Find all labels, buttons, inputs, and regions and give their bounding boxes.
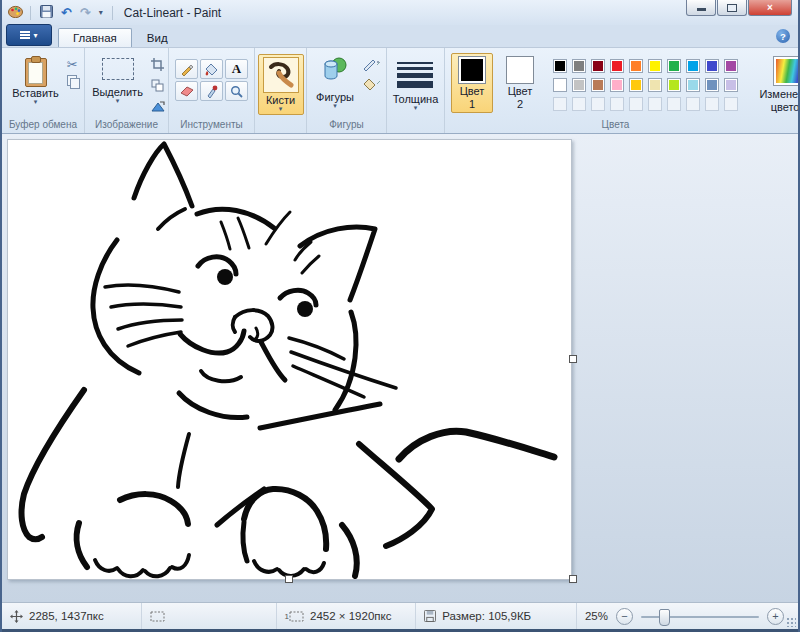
paste-button[interactable]: Вставить ▾ bbox=[7, 53, 64, 108]
eraser-tool[interactable] bbox=[175, 81, 198, 101]
zoom-slider-thumb[interactable] bbox=[659, 609, 670, 626]
fill-icon bbox=[362, 78, 382, 92]
crop-button[interactable] bbox=[151, 57, 166, 75]
move-crosshair-icon bbox=[10, 610, 23, 623]
palette-swatch[interactable] bbox=[610, 78, 624, 92]
chevron-down-icon: ▾ bbox=[333, 103, 337, 109]
drawing-canvas[interactable] bbox=[7, 139, 572, 580]
brushes-button[interactable]: Кисти ▾ bbox=[258, 54, 304, 115]
floppy-icon bbox=[424, 610, 436, 622]
palette-empty-slot[interactable] bbox=[667, 97, 681, 111]
chevron-down-icon: ▾ bbox=[414, 105, 418, 111]
file-menu-button[interactable]: ▾ bbox=[6, 24, 52, 46]
chevron-down-icon: ▾ bbox=[33, 31, 37, 40]
palette-swatch[interactable] bbox=[724, 78, 738, 92]
pencil-tool[interactable] bbox=[175, 59, 198, 79]
resize-grip[interactable] bbox=[786, 617, 796, 627]
edit-colors-button[interactable]: Изменение цветов bbox=[750, 53, 800, 116]
rotate-icon bbox=[151, 100, 166, 113]
group-label-clipboard: Буфер обмена bbox=[9, 117, 77, 133]
palette-empty-slot[interactable] bbox=[629, 97, 643, 111]
cut-button[interactable]: ✂ bbox=[67, 57, 79, 72]
zoom-out-button[interactable]: − bbox=[616, 608, 633, 625]
group-label-tools: Инструменты bbox=[180, 117, 242, 133]
file-size-value: Размер: 105,9КБ bbox=[442, 610, 531, 622]
canvas-resize-handle-corner[interactable] bbox=[569, 575, 577, 583]
palette-swatch[interactable] bbox=[705, 78, 719, 92]
palette-empty-slot[interactable] bbox=[610, 97, 624, 111]
palette-empty-slot[interactable] bbox=[705, 97, 719, 111]
palette-empty-slot[interactable] bbox=[648, 97, 662, 111]
clipboard-icon bbox=[23, 56, 47, 86]
tab-view[interactable]: Вид bbox=[132, 28, 183, 47]
fill-bucket-icon bbox=[205, 63, 218, 76]
palette-swatch[interactable] bbox=[648, 59, 662, 73]
palette-swatch[interactable] bbox=[610, 59, 624, 73]
qat-customize-button[interactable]: ▾ bbox=[97, 6, 105, 20]
help-button[interactable]: ? bbox=[776, 29, 790, 43]
canvas-resize-handle-right[interactable] bbox=[569, 355, 577, 363]
resize-button[interactable] bbox=[151, 78, 166, 96]
text-tool[interactable]: A bbox=[225, 59, 248, 79]
select-button[interactable]: Выделить ▾ bbox=[87, 53, 148, 107]
eraser-icon bbox=[180, 86, 194, 97]
rotate-button[interactable] bbox=[151, 99, 166, 117]
palette-empty-slot[interactable] bbox=[724, 97, 738, 111]
cat-lineart-drawing bbox=[8, 140, 571, 579]
crop-icon bbox=[151, 58, 164, 71]
color1-button[interactable]: Цвет 1 bbox=[451, 53, 493, 113]
ribbon-tab-row: ▾ Главная Вид ? bbox=[2, 25, 798, 48]
palette-swatch[interactable] bbox=[667, 78, 681, 92]
palette-swatch[interactable] bbox=[724, 59, 738, 73]
palette-swatch[interactable] bbox=[572, 78, 586, 92]
shape-fill-button[interactable] bbox=[362, 78, 382, 96]
magnifier-icon bbox=[230, 85, 243, 98]
color2-button[interactable]: Цвет 2 bbox=[499, 53, 541, 113]
shapes-icon bbox=[320, 56, 350, 90]
image-dimensions-value: 2452 × 1920пкс bbox=[310, 610, 391, 622]
close-button[interactable]: × bbox=[748, 0, 792, 16]
palette-empty-slot[interactable] bbox=[591, 97, 605, 111]
palette-swatch[interactable] bbox=[705, 59, 719, 73]
color-palette bbox=[547, 53, 744, 111]
fill-tool[interactable] bbox=[200, 59, 223, 79]
palette-swatch[interactable] bbox=[686, 78, 700, 92]
thickness-button[interactable]: Толщина ▾ bbox=[388, 53, 444, 114]
rainbow-gradient-icon bbox=[773, 56, 800, 86]
palette-swatch[interactable] bbox=[553, 59, 567, 73]
palette-empty-slot[interactable] bbox=[553, 97, 567, 111]
palette-empty-slot[interactable] bbox=[572, 97, 586, 111]
palette-swatch[interactable] bbox=[591, 78, 605, 92]
magnifier-tool[interactable] bbox=[225, 81, 248, 101]
maximize-button[interactable] bbox=[717, 0, 747, 16]
palette-swatch[interactable] bbox=[648, 78, 662, 92]
copy-button[interactable] bbox=[67, 75, 79, 87]
palette-swatch[interactable] bbox=[686, 59, 700, 73]
palette-swatch[interactable] bbox=[572, 59, 586, 73]
palette-empty-slot[interactable] bbox=[686, 97, 700, 111]
undo-button[interactable]: ↶ bbox=[59, 6, 74, 20]
group-colors: Цвет 1 Цвет 2 Изменение цветов Цвета bbox=[445, 48, 786, 133]
palette-swatch[interactable] bbox=[629, 59, 643, 73]
shape-outline-button[interactable] bbox=[362, 57, 382, 75]
palette-swatch[interactable] bbox=[667, 59, 681, 73]
save-button[interactable] bbox=[38, 5, 55, 21]
shapes-button[interactable]: Фигуры ▾ bbox=[311, 53, 359, 112]
palette-swatch[interactable] bbox=[591, 59, 605, 73]
minimize-button[interactable] bbox=[686, 0, 716, 16]
color2-swatch bbox=[506, 56, 534, 84]
tab-home[interactable]: Главная bbox=[58, 28, 132, 47]
canvas-resize-handle-bottom[interactable] bbox=[285, 575, 293, 583]
minimize-icon bbox=[697, 8, 706, 11]
menu-icon bbox=[20, 30, 30, 41]
maximize-icon bbox=[727, 4, 737, 12]
zoom-in-button[interactable]: + bbox=[767, 608, 784, 625]
palette-swatch[interactable] bbox=[553, 78, 567, 92]
redo-button[interactable]: ↷ bbox=[78, 6, 93, 20]
close-icon: × bbox=[767, 2, 773, 13]
palette-swatch[interactable] bbox=[629, 78, 643, 92]
group-brushes: Кисти ▾ bbox=[255, 48, 307, 133]
color-picker-tool[interactable] bbox=[200, 81, 223, 101]
image-dimensions-segment: 1 2452 × 1920пкс bbox=[277, 603, 417, 629]
zoom-slider[interactable] bbox=[641, 609, 759, 624]
